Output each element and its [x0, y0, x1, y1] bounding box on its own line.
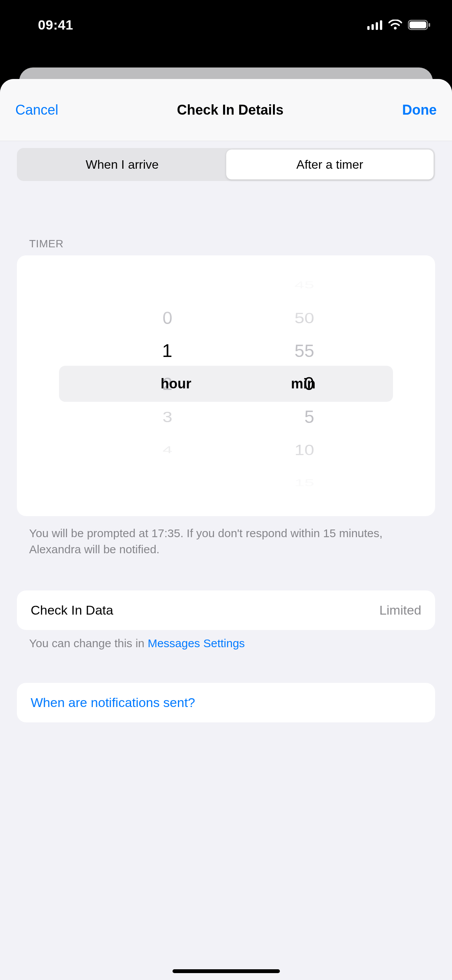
segment-when-i-arrive[interactable]: When I arrive	[18, 150, 226, 179]
status-time: 09:41	[0, 17, 111, 33]
check-in-data-value: Limited	[379, 603, 421, 618]
check-in-data-label: Check In Data	[31, 603, 113, 618]
svg-rect-5	[409, 21, 426, 28]
modal-sheet: Cancel Check In Details Done When I arri…	[0, 79, 452, 980]
minute-option-selected[interactable]: 0	[226, 367, 353, 400]
notifications-info-row[interactable]: When are notifications sent?	[17, 683, 435, 722]
wifi-icon	[388, 20, 403, 30]
minutes-wheel[interactable]: 40 45 50 55 0 5 10 15 20	[226, 267, 353, 501]
hour-option[interactable]: 0	[100, 301, 226, 334]
messages-settings-link[interactable]: Messages Settings	[148, 637, 245, 649]
minute-option[interactable]: 5	[226, 400, 353, 433]
minute-option[interactable]: 55	[226, 334, 353, 367]
minute-unit-label: min	[291, 376, 316, 392]
battery-icon	[408, 20, 431, 30]
segment-after-a-timer[interactable]: After a timer	[226, 150, 434, 179]
status-bar: 09:41	[0, 0, 452, 50]
duration-picker[interactable]: 0 1 2 3 4 40 45 50 55 0 5 10 15 20	[25, 267, 427, 501]
page-title: Check In Details	[177, 102, 283, 118]
minute-option[interactable]: 50	[226, 304, 353, 332]
home-indicator[interactable]	[173, 969, 280, 973]
cancel-button[interactable]: Cancel	[15, 102, 58, 118]
nav-bar: Cancel Check In Details Done	[0, 79, 452, 141]
done-button[interactable]: Done	[402, 102, 437, 118]
timer-footer-text: You will be prompted at 17:35. If you do…	[0, 516, 452, 557]
cellular-icon	[367, 20, 383, 30]
hour-option[interactable]: 4	[100, 441, 226, 459]
hour-option[interactable]: 3	[100, 403, 226, 431]
check-in-data-footer: You can change this in Messages Settings	[0, 630, 452, 650]
svg-rect-3	[380, 20, 382, 30]
svg-rect-1	[371, 24, 374, 30]
status-icons	[367, 20, 431, 30]
minute-option[interactable]: 15	[226, 474, 353, 492]
svg-rect-6	[429, 23, 430, 27]
check-in-data-row[interactable]: Check In Data Limited	[17, 590, 435, 630]
hour-unit-label: hour	[161, 376, 191, 392]
mode-segmented-control[interactable]: When I arrive After a timer	[17, 148, 435, 181]
notifications-info-link[interactable]: When are notifications sent?	[17, 683, 435, 722]
timer-section-header: TIMER	[0, 181, 452, 255]
svg-rect-2	[376, 22, 378, 30]
footer-text: You can change this in	[29, 637, 148, 649]
timer-picker-card: 0 1 2 3 4 40 45 50 55 0 5 10 15 20	[17, 255, 435, 516]
svg-rect-0	[367, 26, 370, 30]
minute-option[interactable]: 45	[226, 276, 353, 294]
minute-option[interactable]: 10	[226, 436, 353, 464]
hour-option-selected[interactable]: 1	[100, 334, 226, 367]
